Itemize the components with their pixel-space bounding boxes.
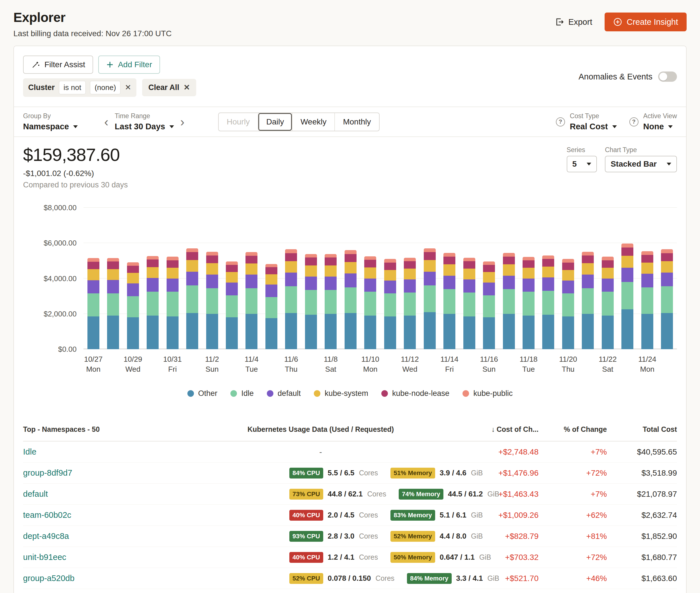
- create-insight-button[interactable]: Create Insight: [605, 12, 687, 31]
- table-row[interactable]: group-8df9d784% CPU5.5 / 6.5Cores51% Mem…: [23, 463, 677, 484]
- x-axis-label: [301, 354, 321, 374]
- stacked-bar-11/18[interactable]: [523, 257, 535, 349]
- stacked-bar-11/12[interactable]: [404, 258, 416, 349]
- x-axis-label: 11/8Sat: [321, 354, 341, 374]
- namespace-link[interactable]: group-8df9d7: [23, 468, 72, 477]
- bar-segment-kube-system: [542, 267, 554, 278]
- stacked-bar-11/25[interactable]: [661, 249, 673, 349]
- legend-label: kube-node-lease: [392, 389, 449, 398]
- legend-item-default[interactable]: default: [267, 389, 301, 398]
- time-range-dropdown[interactable]: Time Range Last 30 Days: [115, 112, 174, 131]
- active-view-control: ? Active View None: [629, 112, 677, 131]
- bar-segment-kube-node-lease: [542, 259, 554, 267]
- stacked-bar-11/6[interactable]: [285, 249, 297, 349]
- series-select[interactable]: 5: [567, 156, 597, 172]
- namespace-link[interactable]: team-60b02c: [23, 510, 71, 519]
- granularity-weekly[interactable]: Weekly: [292, 113, 334, 131]
- bar-segment-kube-system: [325, 266, 337, 277]
- stacked-bar-11/3[interactable]: [226, 262, 238, 349]
- previous-period-chevron[interactable]: ‹: [104, 117, 109, 127]
- table-row[interactable]: unit-b91eec40% CPU1.2 / 4.1Cores50% Memo…: [23, 547, 677, 568]
- legend-item-kube-node-lease[interactable]: kube-node-lease: [381, 389, 449, 398]
- table-row[interactable]: group-a520db52% CPU0.078 / 0.150Cores84%…: [23, 568, 677, 589]
- stacked-bar-11/19[interactable]: [542, 255, 554, 349]
- filter-chips-row: Cluster is not (none) ✕ Clear All ✕ Anom…: [23, 78, 677, 97]
- stacked-bar-11/17[interactable]: [503, 253, 515, 349]
- stacked-bar-10/29[interactable]: [127, 262, 139, 349]
- bar-segment-Other: [226, 317, 238, 349]
- stacked-bar-11/14[interactable]: [443, 253, 455, 349]
- bar-segment-kube-public: [364, 256, 376, 260]
- help-icon[interactable]: ?: [556, 117, 565, 126]
- bar-segment-kube-system: [206, 263, 218, 275]
- legend-item-Other[interactable]: Other: [188, 389, 217, 398]
- stacked-bar-11/15[interactable]: [463, 258, 475, 349]
- table-row[interactable]: Idle-+$2,748.48+7%$40,595.65: [23, 441, 677, 463]
- table-row[interactable]: dept-a49c8a93% CPU2.8 / 3.0Cores52% Memo…: [23, 526, 677, 547]
- bar-segment-kube-public: [503, 253, 515, 256]
- bar-segment-kube-node-lease: [621, 247, 633, 256]
- stacked-bar-10/30[interactable]: [147, 256, 159, 349]
- explorer-panel: Filter Assist Add Filter Cluster is not …: [13, 46, 687, 593]
- chart-type-select[interactable]: Stacked Bar: [605, 156, 677, 172]
- page-header-actions: Export Create Insight: [555, 12, 687, 31]
- stacked-bar-10/27[interactable]: [87, 258, 99, 349]
- anomalies-events-control: Anomalies & Events: [578, 72, 677, 82]
- cpu-utilization-badge: 84% CPU: [289, 468, 323, 478]
- add-filter-button[interactable]: Add Filter: [98, 55, 160, 74]
- stacked-bar-11/23[interactable]: [621, 243, 633, 349]
- stacked-bar-11/11[interactable]: [384, 259, 396, 349]
- cost-type-dropdown[interactable]: Cost Type Real Cost: [570, 112, 617, 131]
- stacked-bar-11/9[interactable]: [344, 250, 357, 349]
- clear-all-filters-button[interactable]: Clear All ✕: [142, 79, 196, 96]
- export-button[interactable]: Export: [555, 17, 592, 27]
- namespace-link[interactable]: group-a520db: [23, 574, 75, 583]
- filter-buttons-row: Filter Assist Add Filter: [23, 55, 677, 74]
- table-row[interactable]: team-60b02c40% CPU2.0 / 4.5Cores83% Memo…: [23, 505, 677, 526]
- stacked-bar-11/20[interactable]: [562, 259, 574, 349]
- anomalies-events-toggle[interactable]: [658, 72, 677, 82]
- legend-item-kube-system[interactable]: kube-system: [314, 389, 368, 398]
- stacked-bar-11/8[interactable]: [325, 254, 337, 349]
- stacked-bar-11/1[interactable]: [186, 248, 198, 349]
- filter-assist-button[interactable]: Filter Assist: [23, 55, 93, 74]
- group-by-control[interactable]: Group By Namespace: [23, 112, 104, 131]
- namespace-link[interactable]: Idle: [23, 447, 36, 456]
- stacked-bar-11/13[interactable]: [424, 248, 436, 349]
- stacked-bar-11/24[interactable]: [641, 251, 653, 349]
- granularity-monthly[interactable]: Monthly: [334, 113, 379, 131]
- help-icon[interactable]: ?: [629, 117, 639, 126]
- close-icon: ✕: [184, 84, 190, 91]
- legend-item-kube-public[interactable]: kube-public: [462, 389, 512, 398]
- column-header-pct-change[interactable]: % of Change: [539, 425, 607, 434]
- stacked-bar-11/4[interactable]: [245, 252, 257, 349]
- x-axis-label: 11/14Fri: [440, 354, 459, 374]
- namespace-link[interactable]: default: [23, 489, 48, 499]
- next-period-chevron[interactable]: ›: [180, 117, 184, 127]
- stacked-bar-10/31[interactable]: [167, 256, 178, 349]
- active-view-dropdown[interactable]: Active View None: [643, 112, 677, 131]
- legend-item-Idle[interactable]: Idle: [231, 389, 254, 398]
- namespace-link[interactable]: unit-b91eec: [23, 553, 66, 562]
- column-header-cost-change[interactable]: ↓Cost of Ch...: [464, 425, 539, 434]
- stacked-bar-11/7[interactable]: [305, 254, 317, 349]
- namespace-link[interactable]: dept-a49c8a: [23, 531, 69, 541]
- stacked-bar-10/28[interactable]: [107, 258, 119, 349]
- stacked-bar-11/5[interactable]: [265, 264, 277, 349]
- stacked-bar-11/16[interactable]: [483, 262, 495, 349]
- bar-segment-kube-node-lease: [325, 258, 337, 265]
- cpu-usage: 40% CPU1.2 / 4.1Cores: [289, 552, 378, 563]
- filter-chip-value[interactable]: (none): [90, 81, 120, 94]
- bar-segment-kube-node-lease: [364, 260, 376, 268]
- remove-filter-icon[interactable]: ✕: [125, 84, 131, 91]
- bar-segment-kube-system: [483, 272, 495, 282]
- stacked-bar-11/21[interactable]: [582, 252, 594, 349]
- table-row[interactable]: default73% CPU44.8 / 62.1Cores74% Memory…: [23, 484, 677, 505]
- stacked-bar-11/2[interactable]: [206, 252, 218, 349]
- stacked-bar-11/22[interactable]: [602, 256, 614, 349]
- column-header-total-cost[interactable]: Total Cost: [607, 425, 677, 434]
- filter-chip-operator[interactable]: is not: [59, 81, 86, 94]
- chart-controls-row: Group By Namespace ‹ Time Range Last 30 …: [14, 107, 686, 137]
- stacked-bar-11/10[interactable]: [364, 256, 376, 349]
- granularity-daily[interactable]: Daily: [258, 113, 292, 131]
